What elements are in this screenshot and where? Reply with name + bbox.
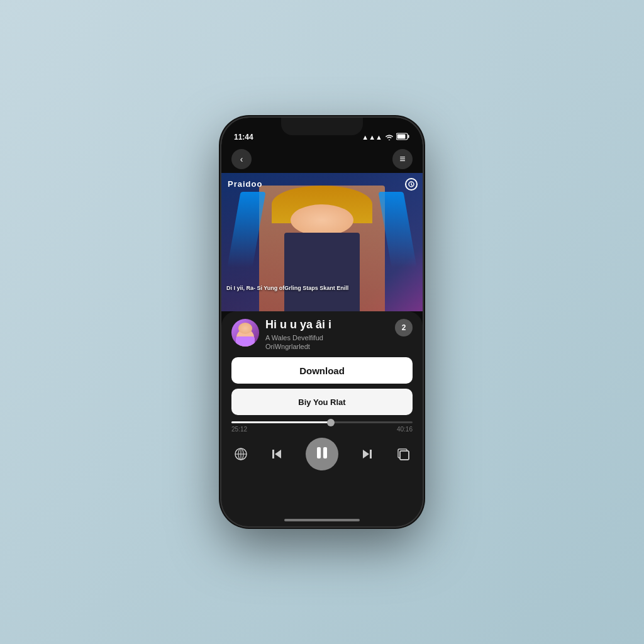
svg-rect-9 xyxy=(272,450,274,458)
pause-icon xyxy=(316,446,328,463)
status-time: 11:44 xyxy=(234,133,253,142)
progress-section: 25:12 40:16 xyxy=(231,421,413,433)
total-time: 40:16 xyxy=(397,426,413,433)
current-time: 25:12 xyxy=(231,426,247,433)
avatar-body xyxy=(236,336,255,347)
song-subtitle-2: OriWngrlarledt xyxy=(265,342,389,351)
globe-icon[interactable] xyxy=(234,447,248,461)
svg-rect-10 xyxy=(317,447,321,458)
figure-body xyxy=(284,233,360,311)
back-icon: ‹ xyxy=(240,154,243,164)
battery-icon xyxy=(396,133,410,142)
secondary-button[interactable]: Biy You Rlat xyxy=(231,389,413,415)
prev-button[interactable] xyxy=(270,447,284,461)
album-figure xyxy=(259,186,385,311)
avatar-face xyxy=(238,323,252,334)
artist-info: Hi u u ya âi i A Wales Develfifud OriWng… xyxy=(265,319,389,351)
menu-button[interactable]: ≡ xyxy=(392,149,413,169)
back-button[interactable]: ‹ xyxy=(231,149,252,169)
notch xyxy=(281,118,363,135)
svg-rect-13 xyxy=(370,450,372,458)
phone-screen: 11:44 ▲▲▲ xyxy=(221,118,423,526)
svg-marker-12 xyxy=(363,450,369,458)
home-indicator xyxy=(284,519,360,521)
song-title: Hi u u ya âi i xyxy=(265,319,389,331)
pause-button[interactable] xyxy=(306,438,338,470)
menu-icon: ≡ xyxy=(399,153,405,165)
svg-rect-2 xyxy=(397,135,406,139)
album-text-overlay: Di I yii, Ra- Si Yung ofGrling Staps Ska… xyxy=(226,284,418,292)
progress-times: 25:12 40:16 xyxy=(231,426,413,433)
artist-row: Hi u u ya âi i A Wales Develfifud OriWng… xyxy=(231,319,413,351)
signal-icon: ▲▲▲ xyxy=(362,133,382,141)
phone-shell: 11:44 ▲▲▲ xyxy=(221,118,423,526)
progress-fill xyxy=(231,421,331,423)
wifi-icon xyxy=(385,133,394,142)
song-badge: 2 xyxy=(395,319,413,336)
progress-track[interactable] xyxy=(231,421,413,423)
figure-face xyxy=(291,204,353,236)
svg-marker-8 xyxy=(275,450,281,458)
artist-avatar xyxy=(231,319,259,347)
progress-thumb xyxy=(327,419,335,426)
album-badge-icon xyxy=(405,178,418,191)
next-button[interactable] xyxy=(360,447,374,461)
player-controls xyxy=(231,438,413,470)
queue-icon[interactable] xyxy=(396,447,410,461)
download-button[interactable]: Download xyxy=(231,357,413,384)
content-area: Hi u u ya âi i A Wales Develfifud OriWng… xyxy=(221,311,423,526)
svg-rect-15 xyxy=(400,451,409,460)
top-nav: ‹ ≡ xyxy=(221,145,423,173)
album-art: Praidoo Di I yii, Ra- Si Yung ofGrling S… xyxy=(221,173,423,311)
svg-rect-11 xyxy=(323,447,327,458)
status-icons: ▲▲▲ xyxy=(362,133,410,142)
svg-rect-1 xyxy=(408,135,409,138)
album-label: Praidoo xyxy=(228,179,262,189)
song-subtitle-1: A Wales Develfifud xyxy=(265,333,389,342)
